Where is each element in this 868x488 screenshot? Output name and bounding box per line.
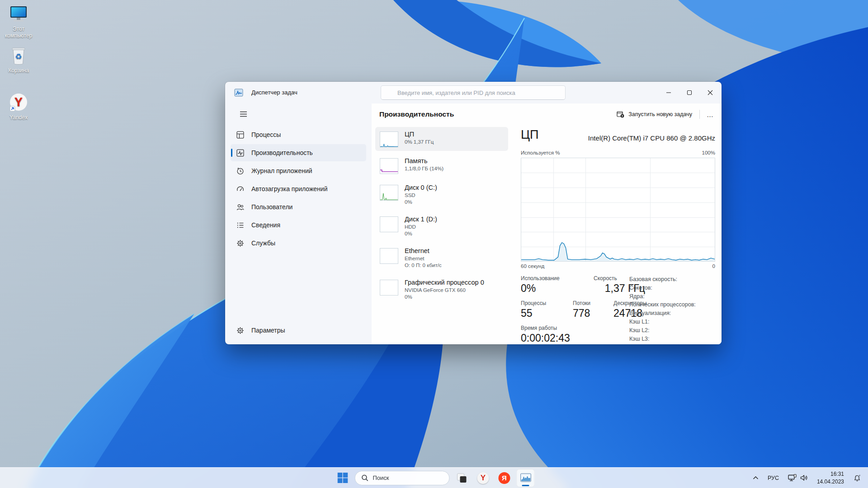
graph-x-zero-label: 0 xyxy=(712,263,715,269)
computer-icon xyxy=(0,4,38,24)
window-title: Диспетчер задач xyxy=(251,89,297,96)
perf-item-disk0[interactable]: Диск 0 (C:) SSD 0% xyxy=(375,180,508,209)
disk1-sparkline xyxy=(380,216,398,232)
yandex-ya-icon: Я xyxy=(499,472,510,484)
taskbar-yandex-app[interactable]: Я xyxy=(495,469,514,487)
taskbar-yandex-browser[interactable]: Y xyxy=(474,469,492,487)
task-manager-icon xyxy=(520,473,531,483)
notification-bell[interactable]: z xyxy=(850,470,864,486)
processes-icon xyxy=(236,131,244,139)
users-icon xyxy=(236,203,244,211)
ethernet-sparkline xyxy=(380,248,398,264)
run-new-task-button[interactable]: Запустить новую задачу xyxy=(612,108,697,121)
task-manager-app-icon xyxy=(234,88,243,97)
tray-date: 14.04.2023 xyxy=(817,478,844,485)
minimize-button[interactable] xyxy=(658,82,679,103)
sidebar-item-settings[interactable]: Параметры xyxy=(231,322,366,339)
services-icon xyxy=(236,239,244,247)
new-task-icon xyxy=(617,111,624,118)
sidebar-item-details[interactable]: Сведения xyxy=(231,216,366,234)
desktop-icon-label: Этот компьютер xyxy=(0,26,38,39)
svg-text:♻: ♻ xyxy=(15,52,22,61)
taskbar: Поиск Y Я xyxy=(0,467,868,488)
sidebar-item-processes[interactable]: Процессы xyxy=(231,126,366,143)
startup-apps-icon xyxy=(236,185,244,193)
taskbar-app-squares[interactable] xyxy=(453,469,471,487)
overlapping-squares-icon xyxy=(457,473,467,483)
sidebar-item-performance[interactable]: Производительность xyxy=(231,144,366,161)
desktop-icon-yandex[interactable]: Y Yandex xyxy=(0,92,38,121)
details-icon xyxy=(236,221,244,229)
maximize-button[interactable] xyxy=(679,82,700,103)
network-icon xyxy=(788,474,797,482)
svg-text:Y: Y xyxy=(14,95,23,109)
search-input[interactable] xyxy=(381,85,566,100)
cpu-stats: Использование 0% Скорость 1,37 ГГц Проце… xyxy=(521,275,715,350)
taskbar-search[interactable]: Поиск xyxy=(355,471,450,485)
recycle-bin-icon: ♻ xyxy=(0,45,38,66)
sidebar-item-services[interactable]: Службы xyxy=(231,235,366,252)
desktop-icon-label: Корзина xyxy=(0,67,38,74)
volume-icon xyxy=(800,474,808,481)
cpu-model-name: Intel(R) Core(TM) i7 CPU 860 @ 2.80GHz xyxy=(588,134,715,142)
clock-tray-item[interactable]: 16:31 14.04.2023 xyxy=(814,470,847,486)
selection-accent-bar xyxy=(231,149,232,157)
cpu-section-title: ЦП xyxy=(521,128,538,142)
taskbar-search-label: Поиск xyxy=(373,474,389,481)
windows-logo-icon xyxy=(337,473,348,483)
active-app-indicator xyxy=(522,485,529,486)
uptime-value: 0:00:02:43 xyxy=(521,332,570,344)
graph-y-axis-label: Используется % xyxy=(521,150,560,155)
titlebar[interactable]: Диспетчер задач xyxy=(225,82,722,103)
performance-icon xyxy=(236,149,244,157)
perf-item-disk1[interactable]: Диск 1 (D:) HDD 0% xyxy=(375,212,508,241)
cpu-usage-value: 0% xyxy=(521,282,573,295)
gear-icon xyxy=(236,327,244,334)
gpu-sparkline xyxy=(380,280,398,296)
tray-time: 16:31 xyxy=(817,470,844,478)
cpu-usage-graph[interactable] xyxy=(521,158,715,262)
graph-x-range-label: 60 секунд xyxy=(521,263,544,269)
close-button[interactable] xyxy=(700,82,721,103)
taskbar-task-manager[interactable] xyxy=(517,469,535,487)
perf-item-memory[interactable]: Память 1,1/8,0 ГБ (14%) xyxy=(375,154,508,178)
threads-value: 778 xyxy=(573,307,613,319)
yandex-browser-icon: Y xyxy=(477,472,489,484)
desktop: Этот компьютер ♻ Корзина Y Yandex xyxy=(0,0,868,488)
desktop-icon-label: Yandex xyxy=(0,114,38,121)
disk0-sparkline xyxy=(380,185,398,201)
desktop-icon-recycle-bin[interactable]: ♻ Корзина xyxy=(0,45,38,74)
hamburger-menu-icon[interactable] xyxy=(235,107,251,121)
content-area: Производительность Запустить новую задач… xyxy=(372,103,722,344)
tray-chevron-up[interactable] xyxy=(750,470,762,486)
network-tray-item[interactable] xyxy=(785,470,811,486)
perf-item-cpu[interactable]: ЦП 0% 1,37 ГГц xyxy=(375,127,508,151)
sidebar: Процессы Производительность xyxy=(225,103,372,344)
toolbar-divider xyxy=(699,110,700,119)
perf-item-gpu0[interactable]: Графический процессор 0 NVIDIA GeForce G… xyxy=(375,275,508,304)
desktop-icon-this-pc[interactable]: Этот компьютер xyxy=(0,4,38,39)
chevron-up-icon xyxy=(753,476,759,480)
cpu-sparkline xyxy=(380,131,398,147)
processes-value: 55 xyxy=(521,307,573,319)
performance-list: ЦП 0% 1,37 ГГц Память 1,1/8,0 ГБ (14%) Д… xyxy=(375,127,508,304)
svg-text:z: z xyxy=(859,474,860,477)
memory-sparkline xyxy=(380,158,398,174)
task-manager-window: Диспетчер задач xyxy=(225,82,722,344)
more-options-button[interactable]: … xyxy=(703,108,718,121)
start-button[interactable] xyxy=(334,469,352,487)
perf-item-ethernet[interactable]: Ethernet Ethernet О: 0 П: 0 кбит/с xyxy=(375,244,508,272)
sidebar-item-startup-apps[interactable]: Автозагрузка приложений xyxy=(231,180,366,197)
yandex-browser-icon: Y xyxy=(0,92,38,113)
bell-sleep-icon: z xyxy=(853,474,861,482)
graph-y-max-label: 100% xyxy=(702,150,715,155)
cpu-spec-labels: Базовая скорость: Сокетов: Ядра: Логичес… xyxy=(629,275,715,343)
page-title: Производительность xyxy=(379,110,454,118)
sidebar-item-users[interactable]: Пользователи xyxy=(231,198,366,216)
app-history-icon xyxy=(236,167,244,175)
sidebar-item-app-history[interactable]: Журнал приложений xyxy=(231,162,366,179)
search-icon xyxy=(362,474,368,481)
language-indicator[interactable]: РУС xyxy=(764,470,782,486)
